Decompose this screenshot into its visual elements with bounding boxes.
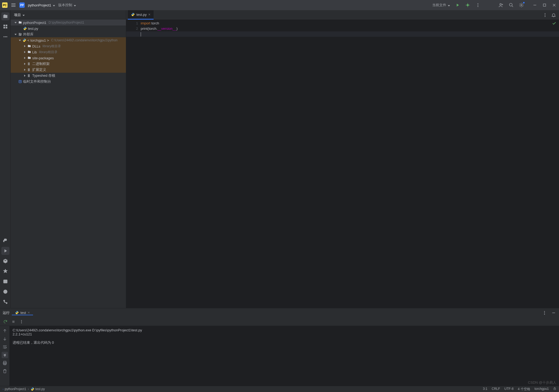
structure-tool-button[interactable]: [1, 23, 9, 31]
more-actions-button[interactable]: [475, 2, 481, 8]
expander-icon[interactable]: [23, 75, 26, 77]
tree-path: D:\pyfiles\pythonProject1: [49, 21, 84, 24]
close-tab-button[interactable]: ×: [28, 310, 30, 315]
svg-point-53: [21, 323, 22, 323]
project-tree[interactable]: pythonProject1 D:\pyfiles\pythonProject1…: [11, 20, 126, 308]
editor-tab[interactable]: test.py ×: [128, 10, 154, 20]
svg-rect-15: [543, 4, 546, 6]
python-interpreter[interactable]: torchgpu1: [535, 387, 549, 391]
svg-line-12: [512, 6, 513, 7]
run-tool-button[interactable]: [1, 247, 9, 255]
folder-icon: [27, 50, 31, 54]
services-tool-button[interactable]: [1, 267, 9, 275]
tree-folder[interactable]: Lib library根目录: [11, 49, 126, 55]
close-tab-button[interactable]: ×: [148, 12, 150, 17]
run-panel-more-button[interactable]: [542, 310, 547, 316]
tree-folder[interactable]: DLLs library根目录: [11, 43, 126, 49]
clear-button[interactable]: [2, 368, 8, 374]
main-menu-button[interactable]: [11, 2, 16, 8]
code-content[interactable]: import torch print(torch.__version__): [141, 20, 559, 308]
status-bar: ▫ pythonProject1 › test.py 3:1 CRLF UTF-…: [0, 386, 559, 392]
svg-rect-59: [554, 388, 556, 390]
run-config-tab[interactable]: test ×: [12, 310, 33, 315]
python-file-icon: [31, 387, 34, 391]
vcs-dropdown[interactable]: 版本控制: [58, 3, 76, 8]
run-panel-title: 运行: [3, 310, 10, 315]
library-icon: [27, 74, 31, 78]
code-with-me-button[interactable]: [498, 2, 504, 8]
soft-wrap-button[interactable]: [2, 344, 8, 350]
expander-icon[interactable]: [23, 69, 26, 71]
terminal-tool-button[interactable]: [1, 277, 9, 285]
folder-icon: [18, 21, 22, 24]
notifications-button[interactable]: [551, 12, 556, 18]
tree-folder[interactable]: Typeshed 存根: [11, 73, 126, 79]
breadcrumb-item[interactable]: ▫ pythonProject1: [3, 387, 26, 391]
editor-more-button[interactable]: [542, 12, 548, 18]
expander-icon[interactable]: [14, 22, 17, 23]
stop-button[interactable]: [11, 319, 16, 324]
tree-folder[interactable]: 扩展定义: [11, 67, 126, 73]
minimize-button[interactable]: [532, 2, 538, 8]
code-token: (torch.: [147, 27, 157, 31]
tree-label: 二进制框架: [32, 61, 50, 66]
vcs-label: 版本控制: [58, 3, 72, 8]
tree-file[interactable]: test.py: [11, 25, 126, 31]
cursor-position[interactable]: 3:1: [483, 387, 488, 391]
svg-point-11: [509, 3, 512, 6]
search-button[interactable]: [509, 2, 514, 8]
project-panel-header[interactable]: 项目: [11, 10, 126, 20]
project-tool-button[interactable]: [1, 12, 9, 20]
title-bar: PC PP pythonProject1 版本控制 当前文件: [0, 0, 559, 10]
more-tools-button[interactable]: [1, 33, 9, 41]
debug-button[interactable]: [465, 2, 470, 8]
scroll-up-button[interactable]: [2, 328, 8, 334]
problems-tool-button[interactable]: [1, 288, 9, 296]
expander-icon[interactable]: [23, 57, 26, 59]
tree-label: site-packages: [32, 56, 54, 60]
hide-panel-button[interactable]: [551, 310, 556, 316]
rerun-button[interactable]: [3, 319, 8, 324]
line-separator[interactable]: CRLF: [492, 387, 500, 391]
breadcrumb-item[interactable]: test.py: [31, 387, 45, 391]
toolbar-more-button[interactable]: [19, 319, 24, 324]
editor-body[interactable]: 1 2 3 import torch print(torch.__version…: [126, 20, 559, 308]
tree-env-root[interactable]: < torchgpu1 > C:\Users\24492\.conda\envs…: [11, 37, 126, 43]
readonly-lock-icon[interactable]: [553, 387, 556, 391]
tree-folder[interactable]: 二进制框架: [11, 61, 126, 67]
python-console-tool-button[interactable]: [1, 237, 9, 245]
print-button[interactable]: [2, 360, 8, 366]
chevron-down-icon: [52, 3, 55, 7]
tree-scratches[interactable]: 临时文件和控制台: [11, 79, 126, 85]
scroll-down-button[interactable]: [2, 336, 8, 342]
expander-icon[interactable]: [14, 34, 17, 35]
svg-point-0: [467, 4, 469, 6]
scroll-to-end-button[interactable]: [2, 352, 8, 358]
file-encoding[interactable]: UTF-8: [504, 387, 514, 391]
expander-icon[interactable]: [23, 45, 26, 47]
svg-rect-32: [20, 33, 20, 36]
project-dropdown[interactable]: pythonProject1: [28, 3, 55, 7]
close-window-button[interactable]: [551, 2, 557, 8]
expander-icon[interactable]: [18, 40, 21, 41]
breadcrumb-separator: ›: [28, 387, 29, 391]
svg-point-13: [521, 5, 522, 6]
svg-point-22: [3, 36, 4, 37]
packages-tool-button[interactable]: [1, 257, 9, 265]
indent-settings[interactable]: 4 个空格: [518, 387, 530, 391]
expander-icon[interactable]: [23, 51, 26, 53]
run-button[interactable]: [455, 2, 460, 8]
svg-rect-21: [3, 27, 5, 28]
expander-icon[interactable]: [23, 63, 26, 65]
editor-area: test.py × 1 2 3 import torch print(: [126, 10, 559, 308]
settings-button[interactable]: [519, 2, 524, 8]
console-output[interactable]: C:\Users\24492\.conda\envs\torchgpu1\pyt…: [9, 326, 559, 386]
git-tool-button[interactable]: [1, 298, 9, 306]
svg-rect-35: [29, 63, 30, 65]
run-config-dropdown[interactable]: 当前文件: [432, 3, 450, 8]
tree-folder[interactable]: site-packages: [11, 55, 126, 61]
tree-root-project[interactable]: pythonProject1 D:\pyfiles\pythonProject1: [11, 20, 126, 25]
svg-point-43: [545, 13, 546, 14]
tree-external-libs[interactable]: 外部库: [11, 31, 126, 37]
maximize-button[interactable]: [542, 2, 547, 8]
